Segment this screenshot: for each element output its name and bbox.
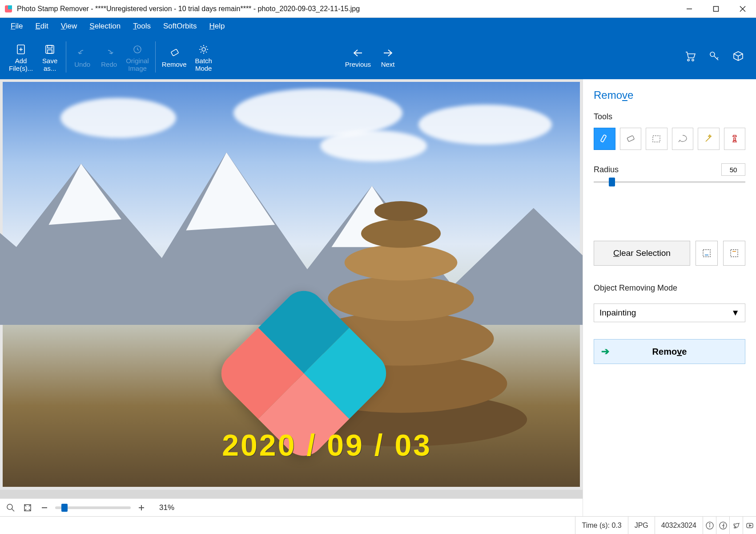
menubar: File Edit View Selection Tools SoftOrbit… [0, 18, 756, 35]
gear-icon [198, 42, 209, 57]
info-icon[interactable] [703, 517, 716, 534]
maximize-button[interactable] [703, 0, 729, 18]
add-file-icon [15, 42, 27, 57]
status-dimensions: 4032x3024 [655, 517, 703, 534]
svg-rect-35 [731, 250, 738, 257]
clear-selection-button[interactable]: Clear Selection [594, 241, 690, 266]
tools-label: Tools [594, 112, 745, 121]
batch-mode-button[interactable]: BatchMode [190, 40, 217, 74]
history-icon [132, 42, 143, 57]
zoom-out-button[interactable] [38, 502, 51, 514]
minimize-button[interactable] [676, 0, 703, 18]
eraser-icon [169, 45, 180, 61]
arrow-right-icon [382, 45, 394, 61]
svg-point-38 [709, 523, 710, 524]
zoom-percent: 31% [159, 503, 174, 512]
tool-lasso[interactable] [672, 128, 694, 150]
undo-button[interactable]: Undo [69, 44, 96, 70]
load-selection-button[interactable] [723, 241, 745, 266]
svg-rect-34 [703, 250, 710, 257]
tool-eraser[interactable] [620, 128, 642, 150]
zoom-slider[interactable] [55, 506, 131, 509]
svg-point-15 [688, 59, 689, 61]
status-time: Time (s): 0.3 [575, 517, 627, 534]
menu-edit[interactable]: Edit [29, 19, 54, 33]
zoom-fit-icon[interactable] [21, 502, 34, 514]
svg-point-16 [692, 59, 694, 61]
save-selection-button[interactable] [696, 241, 718, 266]
canvas-area: 2020 / 09 / 03 31% [0, 79, 583, 516]
remove-button[interactable]: ➔ Remove [594, 339, 745, 364]
svg-point-24 [374, 201, 427, 221]
zoom-bar: 31% [0, 498, 583, 516]
svg-point-21 [328, 276, 474, 321]
cart-icon[interactable] [684, 50, 696, 64]
save-as-button[interactable]: Saveas... [36, 40, 63, 74]
package-icon[interactable] [732, 50, 744, 64]
zoom-actual-icon[interactable] [4, 502, 17, 514]
menu-file[interactable]: File [4, 19, 29, 33]
svg-point-17 [710, 52, 715, 57]
youtube-icon[interactable] [743, 517, 756, 534]
key-icon[interactable] [708, 50, 720, 64]
svg-rect-31 [601, 135, 607, 142]
svg-rect-32 [627, 135, 634, 142]
svg-line-26 [12, 509, 14, 511]
chevron-down-icon: ▼ [731, 308, 740, 318]
previous-button[interactable]: Previous [342, 44, 374, 70]
tool-magic-wand[interactable] [698, 128, 720, 150]
tool-marker[interactable] [594, 128, 615, 150]
tool-clone-stamp[interactable] [724, 128, 746, 150]
app-icon [4, 4, 13, 14]
horizontal-scrollbar[interactable] [0, 490, 583, 498]
statusbar: Time (s): 0.3 JPG 4032x3024 [0, 516, 756, 534]
undo-icon [77, 45, 88, 61]
radius-slider[interactable] [594, 181, 745, 183]
status-format: JPG [628, 517, 655, 534]
facebook-icon[interactable] [716, 517, 729, 534]
radius-label: Radius [594, 165, 619, 174]
titlebar: Photo Stamp Remover - ****Unregistered v… [0, 0, 756, 18]
svg-rect-33 [653, 136, 660, 142]
menu-help[interactable]: Help [203, 19, 231, 33]
original-image-button[interactable]: OriginalImage [122, 40, 153, 74]
svg-rect-10 [48, 45, 52, 48]
menu-softorbits[interactable]: SoftOrbits [157, 19, 203, 33]
arrow-left-icon [352, 45, 364, 61]
close-button[interactable] [729, 0, 756, 18]
menu-view[interactable]: View [55, 19, 84, 33]
svg-rect-13 [171, 49, 178, 57]
panel-title: Remove [594, 89, 745, 101]
redo-button[interactable]: Redo [96, 44, 122, 70]
mode-value: Inpainting [599, 308, 636, 318]
tool-rect-select[interactable] [646, 128, 668, 150]
image-canvas[interactable]: 2020 / 09 / 03 [0, 79, 583, 490]
save-icon [44, 42, 56, 57]
remove-toolbar-button[interactable]: Remove [158, 44, 190, 70]
radius-input[interactable] [721, 163, 745, 176]
window-title: Photo Stamp Remover - ****Unregistered v… [17, 5, 360, 13]
twitter-icon[interactable] [729, 517, 743, 534]
next-button[interactable]: Next [374, 44, 401, 70]
add-files-button[interactable]: AddFile(s)... [5, 40, 36, 74]
svg-rect-3 [714, 6, 719, 11]
arrow-right-icon: ➔ [601, 346, 609, 357]
tool-grid [594, 128, 745, 150]
menu-tools[interactable]: Tools [127, 19, 157, 33]
menu-selection[interactable]: Selection [83, 19, 127, 33]
svg-rect-11 [48, 50, 52, 53]
svg-rect-1 [8, 5, 12, 9]
svg-point-22 [345, 245, 458, 281]
mode-label: Object Removing Mode [594, 283, 745, 293]
svg-point-23 [361, 219, 441, 247]
svg-point-14 [202, 48, 205, 51]
mode-select[interactable]: Inpainting ▼ [594, 303, 745, 322]
svg-rect-9 [46, 45, 54, 53]
zoom-in-button[interactable] [135, 502, 148, 514]
redo-icon [104, 45, 114, 61]
date-stamp: 2020 / 09 / 03 [222, 428, 432, 462]
side-panel: Remove Tools Radius Clear Selection Obje… [583, 79, 756, 516]
main-body: 2020 / 09 / 03 31% Remove Tools Radius [0, 79, 756, 516]
toolbar: AddFile(s)... Saveas... Undo Redo Origin… [0, 35, 756, 79]
